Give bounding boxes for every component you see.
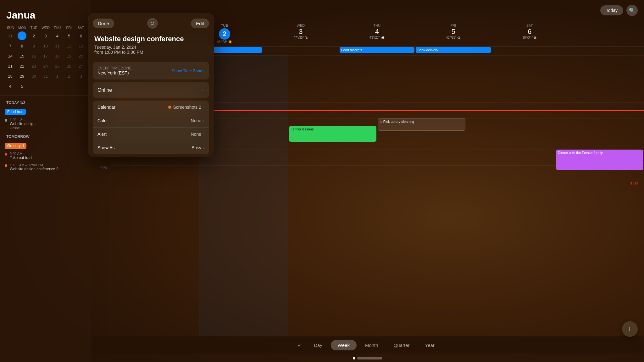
sidebar-today-chip[interactable]: Food truc xyxy=(0,107,91,116)
ts-wed-6pm xyxy=(288,150,377,165)
mini-cal-day-1[interactable]: 1 xyxy=(18,31,26,40)
ts-wed-7pm xyxy=(288,165,377,181)
plus-icon: + xyxy=(628,325,632,333)
all-day-col-wed xyxy=(263,47,339,55)
mini-cal-day-30[interactable]: 30 xyxy=(30,72,38,80)
mini-cal-day-3[interactable]: 3 xyxy=(41,31,50,40)
ts-fri-4pm xyxy=(466,118,555,134)
mini-cal-day-next3[interactable]: 3 xyxy=(76,72,85,80)
tab-year[interactable]: Year xyxy=(418,340,441,350)
sidebar: Janua SUN MON TUE WED THU FRI SAT 31 1 2… xyxy=(0,0,91,362)
timezone-row: EVENT TIME ZONE New York (EST) Show Time… xyxy=(93,62,209,80)
popup-edit-button[interactable]: Edit xyxy=(191,19,209,28)
mini-cal-day-5b[interactable]: 5 xyxy=(18,82,26,90)
popup-row-color[interactable]: Color None › xyxy=(93,114,209,128)
mini-cal-day-9[interactable]: 9 xyxy=(30,41,38,50)
now-line-fri xyxy=(466,110,555,111)
mini-cal-day-24[interactable]: 24 xyxy=(41,62,50,70)
mini-cal-day-15[interactable]: 15 xyxy=(18,52,26,60)
popup-online-section[interactable]: Online → xyxy=(93,82,209,98)
week-day-header-thu4[interactable]: THU 4 43°/27° ☁️ xyxy=(339,21,415,46)
mini-cal-grid: 31 1 2 3 4 5 6 7 8 9 10 11 12 13 14 15 1… xyxy=(0,31,91,91)
timezone-info: EVENT TIME ZONE New York (EST) xyxy=(97,66,131,75)
mini-cal-day-19[interactable]: 19 xyxy=(65,52,74,60)
ts-sat-5pm xyxy=(555,134,644,150)
popup-timezone-section: EVENT TIME ZONE New York (EST) Show Time… xyxy=(93,62,209,80)
mini-cal-day-next2[interactable]: 2 xyxy=(65,72,74,80)
popup-emoji-button[interactable]: ☺ xyxy=(147,18,158,29)
ts-thu-noon xyxy=(377,55,466,71)
event-tennis-wed[interactable]: Tennis lessons xyxy=(289,126,376,142)
mini-cal-day-20[interactable]: 20 xyxy=(76,52,85,60)
mini-cal-day[interactable]: 31 xyxy=(6,31,15,40)
mini-cal-day-27[interactable]: 27 xyxy=(76,62,85,70)
mini-cal-day-10[interactable]: 10 xyxy=(41,41,50,50)
add-event-fab[interactable]: + xyxy=(622,321,638,337)
weather-sat: 38°/34° 🌥 xyxy=(493,36,566,39)
mini-cal-day-4[interactable]: 4 xyxy=(53,31,62,40)
now-time-label: 3:30 xyxy=(630,181,638,185)
mini-cal-day-8[interactable]: 8 xyxy=(18,41,26,50)
day-header-fri: FRI xyxy=(63,26,75,30)
event-dinner[interactable]: Dinner with the Forster family xyxy=(556,150,643,170)
sidebar-divider xyxy=(0,96,91,96)
search-button[interactable]: 🔍 xyxy=(626,5,638,16)
mini-cal-day-11[interactable]: 11 xyxy=(53,41,62,50)
mini-cal-day-4b[interactable]: 4 xyxy=(6,82,15,90)
calendar-dot xyxy=(168,106,171,109)
popup-row-alert[interactable]: Alert None › xyxy=(93,128,209,141)
ts-thu-6pm xyxy=(377,150,466,165)
tab-day[interactable]: Day xyxy=(307,340,329,350)
today-button[interactable]: Today xyxy=(600,5,623,15)
mini-cal-day-17[interactable]: 17 xyxy=(41,52,50,60)
day-header-sat: SAT xyxy=(75,26,86,30)
tab-week[interactable]: Week xyxy=(331,340,357,350)
mini-cal-day-2[interactable]: 2 xyxy=(30,31,38,40)
ts-fri-6pm xyxy=(466,150,555,165)
week-day-header-fri5[interactable]: FRI 5 43°/28° 🌤 xyxy=(415,21,491,46)
all-day-book-delivery[interactable]: Book delivery xyxy=(416,47,491,53)
mini-cal-day-5[interactable]: 5 xyxy=(65,31,74,40)
mini-cal-day-21[interactable]: 21 xyxy=(6,62,15,70)
now-line-sat xyxy=(555,110,644,111)
tab-month[interactable]: Month xyxy=(358,340,385,350)
day-header-sun: SUN xyxy=(5,26,16,30)
show-timezones-link[interactable]: Show Time Zones xyxy=(172,69,204,73)
popup-row-show-as[interactable]: Show As Busy › xyxy=(93,141,209,154)
week-day-header-sat6[interactable]: SAT 6 38°/34° 🌥 xyxy=(491,21,568,46)
online-label: Online xyxy=(97,87,112,93)
mini-cal-day-23[interactable]: 23 xyxy=(30,62,38,70)
show-as-value: Busy xyxy=(192,145,201,150)
day-header-mon: MON xyxy=(16,26,28,30)
sidebar-tomorrow-chip[interactable]: Grocery d xyxy=(0,141,91,150)
mini-cal-day-7[interactable]: 7 xyxy=(6,41,15,50)
now-line-thu xyxy=(377,110,466,111)
mini-cal-day-18[interactable]: 18 xyxy=(53,52,62,60)
mini-cal-day-22[interactable]: 22 xyxy=(18,62,26,70)
chevron-calendar: › xyxy=(203,105,204,109)
all-day-food-markets[interactable]: Food markets xyxy=(340,47,415,53)
mini-cal-day-31b[interactable]: 31 xyxy=(41,72,50,80)
ts-sat-4pm xyxy=(555,118,644,134)
mini-cal-day-14[interactable]: 14 xyxy=(6,52,15,60)
popup-row-calendar[interactable]: Calendar Screenshots 2 › xyxy=(93,101,209,114)
mini-cal-day-26[interactable]: 26 xyxy=(65,62,74,70)
popup-options-section: Calendar Screenshots 2 › Color None › Al… xyxy=(93,101,209,154)
mini-cal-day-29[interactable]: 29 xyxy=(18,72,26,80)
chevron-color: › xyxy=(203,118,204,123)
emoji-icon: ☺ xyxy=(150,20,155,26)
mini-cal-day-16[interactable]: 16 xyxy=(30,52,38,60)
ts-sat-1pm xyxy=(555,71,644,87)
mini-cal-day-6[interactable]: 6 xyxy=(76,31,85,40)
mini-cal-day-12[interactable]: 12 xyxy=(65,41,74,50)
tab-quarter[interactable]: Quarter xyxy=(387,340,417,350)
mini-cal-day-28[interactable]: 28 xyxy=(6,72,15,80)
mini-cal-day-next1[interactable]: 1 xyxy=(53,72,62,80)
week-day-header-wed3[interactable]: WED 3 47°/35° 🌤 xyxy=(263,21,339,46)
all-day-col-sat xyxy=(491,47,568,55)
mini-cal-day-25[interactable]: 25 xyxy=(53,62,62,70)
popup-done-button[interactable]: Done xyxy=(93,19,114,28)
event-dry-cleaning[interactable]: ○ Pick up dry cleaning xyxy=(378,118,465,131)
mini-cal-day-13[interactable]: 13 xyxy=(76,41,85,50)
online-row: Online → xyxy=(93,82,209,98)
